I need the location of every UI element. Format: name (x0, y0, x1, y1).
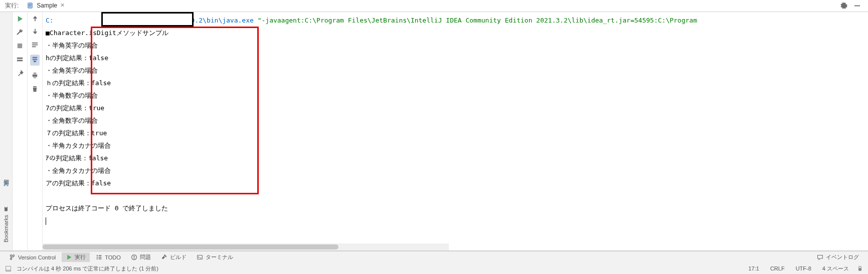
svg-rect-6 (4, 184, 6, 186)
redaction-box (101, 12, 194, 27)
output-line: ・半角数字の場合 (46, 92, 98, 99)
build-button[interactable]: ビルド (157, 252, 191, 262)
svg-rect-8 (4, 181, 6, 183)
svg-rect-23 (99, 258, 102, 259)
exit-line: プロセスは終了コード 0 で終了しました (46, 204, 168, 212)
branch-icon (9, 254, 16, 260)
speech-bubble-icon (817, 254, 823, 260)
event-log-button[interactable]: イベントログ (813, 252, 863, 262)
wrench-icon[interactable] (16, 29, 24, 36)
svg-rect-19 (99, 255, 102, 256)
hammer-icon (161, 254, 167, 260)
svg-rect-12 (32, 43, 38, 44)
terminal-icon (197, 254, 203, 260)
indent-setting[interactable]: 4 スペース (819, 265, 852, 272)
arrow-up-icon[interactable] (32, 15, 39, 22)
output-line: ・全角カタカナの場合 (46, 167, 111, 174)
scrollbar-thumb[interactable] (43, 244, 338, 249)
arrow-down-icon[interactable] (32, 28, 39, 35)
stop-icon[interactable] (16, 42, 24, 50)
output-line: ・半角カタカナの場合 (46, 142, 111, 149)
bottom-tool-strip: Version Control 実行 TODO 問題 ビルド ターミナル イベン… (0, 251, 868, 263)
svg-rect-13 (32, 45, 38, 46)
svg-rect-5 (7, 184, 9, 186)
line-separator[interactable]: CRLF (767, 265, 788, 271)
run-label: 実行: (5, 2, 19, 10)
play-icon (66, 254, 72, 260)
svg-rect-9 (18, 44, 22, 48)
cmd-path-prefix: C: (46, 17, 54, 24)
todo-icon (96, 254, 102, 260)
output-line: ・半角英字の場合 (46, 42, 98, 49)
svg-rect-18 (97, 255, 98, 256)
run-actions-gutter (13, 12, 28, 250)
svg-rect-22 (97, 258, 98, 259)
layout-icon[interactable] (16, 56, 24, 63)
version-control-button[interactable]: Version Control (5, 253, 60, 261)
bookmark-icon (3, 206, 9, 212)
console-output[interactable]: C:XXXXXXXXXXXXXXXXXXXXXXXXXpenjdk-17.0.2… (43, 12, 868, 250)
minimize-icon[interactable] (853, 2, 861, 10)
horizontal-scrollbar[interactable] (43, 243, 449, 250)
svg-rect-26 (133, 258, 134, 259)
main-area: 構造 Bookmarks C:XXXXXXXXXXXXXXXXXXXXXXXXX… (0, 12, 868, 251)
svg-rect-14 (32, 46, 36, 47)
svg-rect-2 (29, 5, 32, 6)
output-line: 7の判定結果：true (46, 104, 104, 112)
output-line: ・全角数字の場合 (46, 117, 98, 124)
tab-label: Sample (37, 2, 57, 9)
svg-rect-1 (29, 4, 32, 5)
svg-rect-17 (34, 77, 37, 78)
output-line: ｈの判定結果：false (46, 79, 111, 87)
close-tab-icon[interactable]: ✕ (60, 2, 65, 9)
problems-button[interactable]: 問題 (127, 252, 155, 262)
svg-rect-10 (17, 58, 23, 59)
caret-position[interactable]: 17:1 (745, 265, 762, 271)
gear-icon[interactable] (840, 2, 847, 10)
scroll-to-end-icon (31, 56, 39, 63)
rerun-icon[interactable] (16, 15, 24, 23)
output-line: ■Character.isDigitメソッドサンプル (46, 29, 168, 37)
run-tool-header: 実行: Sample ✕ (0, 0, 868, 12)
svg-rect-7 (7, 181, 9, 183)
caret (46, 217, 46, 225)
cmd-args: "-javaagent:C:\Program Files\JetBrains\I… (254, 17, 697, 24)
todo-button[interactable]: TODO (92, 253, 125, 261)
svg-rect-3 (29, 6, 31, 6)
run-button[interactable]: 実行 (62, 252, 90, 262)
file-icon (27, 2, 34, 9)
console-text: C:XXXXXXXXXXXXXXXXXXXXXXXXXpenjdk-17.0.2… (43, 12, 868, 231)
output-line: アの判定結果：false (46, 179, 111, 187)
svg-rect-20 (97, 257, 98, 258)
svg-rect-25 (133, 255, 134, 257)
pin-icon[interactable] (16, 69, 24, 77)
terminal-button[interactable]: ターミナル (193, 252, 237, 262)
status-bar: コンパイルは 4 秒 206 ms で正常に終了しました (1 分前) 17:1… (0, 263, 868, 274)
structure-icon (3, 181, 9, 187)
console-nav-gutter (28, 12, 43, 250)
svg-rect-27 (197, 255, 202, 259)
print-icon[interactable] (31, 72, 39, 79)
scroll-to-end-button[interactable] (30, 55, 40, 66)
svg-rect-4 (854, 6, 860, 7)
run-tab-sample[interactable]: Sample ✕ (23, 1, 69, 12)
output-line: ７の判定結果：true (46, 129, 107, 137)
status-message: コンパイルは 4 秒 206 ms で正常に終了しました (1 分前) (17, 265, 158, 272)
svg-rect-21 (99, 257, 102, 258)
svg-rect-30 (858, 268, 861, 270)
soft-wrap-icon[interactable] (31, 41, 39, 49)
file-encoding[interactable]: UTF-8 (793, 265, 814, 271)
output-line: ｱの判定結果：false (46, 154, 108, 162)
output-line: hの判定結果：false (46, 54, 108, 62)
svg-rect-16 (34, 73, 37, 74)
svg-rect-11 (17, 60, 23, 61)
left-toolwindow-bar: 構造 Bookmarks (0, 12, 13, 250)
bookmarks-tool-button[interactable]: Bookmarks (3, 203, 9, 245)
svg-rect-29 (6, 269, 11, 271)
clear-icon[interactable] (31, 85, 39, 93)
output-line: ・全角英字の場合 (46, 67, 98, 74)
warning-icon (131, 254, 137, 260)
status-icon[interactable] (5, 265, 12, 272)
structure-tool-button[interactable]: 構造 (3, 178, 10, 193)
lock-icon[interactable] (857, 265, 863, 271)
